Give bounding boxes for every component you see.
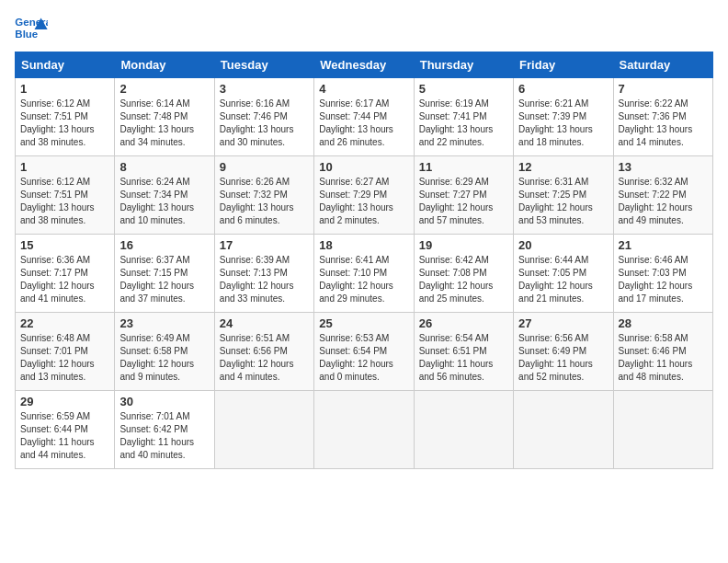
calendar-cell: 1Sunrise: 6:12 AMSunset: 7:51 PMDaylight… <box>16 78 115 156</box>
calendar-cell: 13Sunrise: 6:32 AMSunset: 7:22 PMDayligh… <box>613 156 712 235</box>
calendar-table: SundayMondayTuesdayWednesdayThursdayFrid… <box>15 52 713 469</box>
calendar-cell <box>613 391 712 469</box>
calendar-cell: 1Sunrise: 6:12 AMSunset: 7:51 PMDaylight… <box>16 156 115 235</box>
logo-icon: General Blue <box>15 15 48 42</box>
calendar-cell: 23Sunrise: 6:49 AMSunset: 6:58 PMDayligh… <box>115 313 214 391</box>
calendar-cell: 27Sunrise: 6:56 AMSunset: 6:49 PMDayligh… <box>514 313 613 391</box>
calendar-cell <box>314 391 414 469</box>
weekday-header: Wednesday <box>314 52 414 78</box>
calendar-cell: 17Sunrise: 6:39 AMSunset: 7:13 PMDayligh… <box>214 235 313 313</box>
weekday-header: Sunday <box>16 52 115 78</box>
calendar-cell: 11Sunrise: 6:29 AMSunset: 7:27 PMDayligh… <box>414 156 513 235</box>
weekday-header: Monday <box>115 52 214 78</box>
calendar-cell: 26Sunrise: 6:54 AMSunset: 6:51 PMDayligh… <box>414 313 513 391</box>
calendar-cell: 12Sunrise: 6:31 AMSunset: 7:25 PMDayligh… <box>514 156 613 235</box>
weekday-header: Friday <box>514 52 613 78</box>
calendar-cell: 22Sunrise: 6:48 AMSunset: 7:01 PMDayligh… <box>16 313 115 391</box>
calendar-cell: 24Sunrise: 6:51 AMSunset: 6:56 PMDayligh… <box>214 313 313 391</box>
calendar-cell: 3Sunrise: 6:16 AMSunset: 7:46 PMDaylight… <box>214 78 313 156</box>
calendar-cell <box>214 391 313 469</box>
calendar-cell: 15Sunrise: 6:36 AMSunset: 7:17 PMDayligh… <box>16 235 115 313</box>
calendar-cell: 9Sunrise: 6:26 AMSunset: 7:32 PMDaylight… <box>214 156 313 235</box>
calendar-cell: 25Sunrise: 6:53 AMSunset: 6:54 PMDayligh… <box>314 313 414 391</box>
calendar-cell: 8Sunrise: 6:24 AMSunset: 7:34 PMDaylight… <box>115 156 214 235</box>
days-header-row: SundayMondayTuesdayWednesdayThursdayFrid… <box>16 52 713 78</box>
calendar-cell <box>514 391 613 469</box>
logo: General Blue <box>15 15 48 42</box>
calendar-cell: 10Sunrise: 6:27 AMSunset: 7:29 PMDayligh… <box>314 156 414 235</box>
calendar-cell: 7Sunrise: 6:22 AMSunset: 7:36 PMDaylight… <box>613 78 712 156</box>
svg-text:Blue: Blue <box>15 29 38 40</box>
calendar-cell: 28Sunrise: 6:58 AMSunset: 6:46 PMDayligh… <box>613 313 712 391</box>
page-header: General Blue <box>15 15 713 42</box>
calendar-cell: 21Sunrise: 6:46 AMSunset: 7:03 PMDayligh… <box>613 235 712 313</box>
weekday-header: Tuesday <box>214 52 313 78</box>
calendar-cell: 29Sunrise: 6:59 AMSunset: 6:44 PMDayligh… <box>16 391 115 469</box>
weekday-header: Saturday <box>613 52 712 78</box>
calendar-cell: 6Sunrise: 6:21 AMSunset: 7:39 PMDaylight… <box>514 78 613 156</box>
calendar-cell: 19Sunrise: 6:42 AMSunset: 7:08 PMDayligh… <box>414 235 513 313</box>
calendar-cell: 5Sunrise: 6:19 AMSunset: 7:41 PMDaylight… <box>414 78 513 156</box>
weekday-header: Thursday <box>414 52 513 78</box>
calendar-cell: 4Sunrise: 6:17 AMSunset: 7:44 PMDaylight… <box>314 78 414 156</box>
calendar-cell: 30Sunrise: 7:01 AMSunset: 6:42 PMDayligh… <box>115 391 214 469</box>
calendar-cell <box>414 391 513 469</box>
calendar-cell: 20Sunrise: 6:44 AMSunset: 7:05 PMDayligh… <box>514 235 613 313</box>
calendar-cell: 2Sunrise: 6:14 AMSunset: 7:48 PMDaylight… <box>115 78 214 156</box>
calendar-cell: 18Sunrise: 6:41 AMSunset: 7:10 PMDayligh… <box>314 235 414 313</box>
calendar-cell: 16Sunrise: 6:37 AMSunset: 7:15 PMDayligh… <box>115 235 214 313</box>
